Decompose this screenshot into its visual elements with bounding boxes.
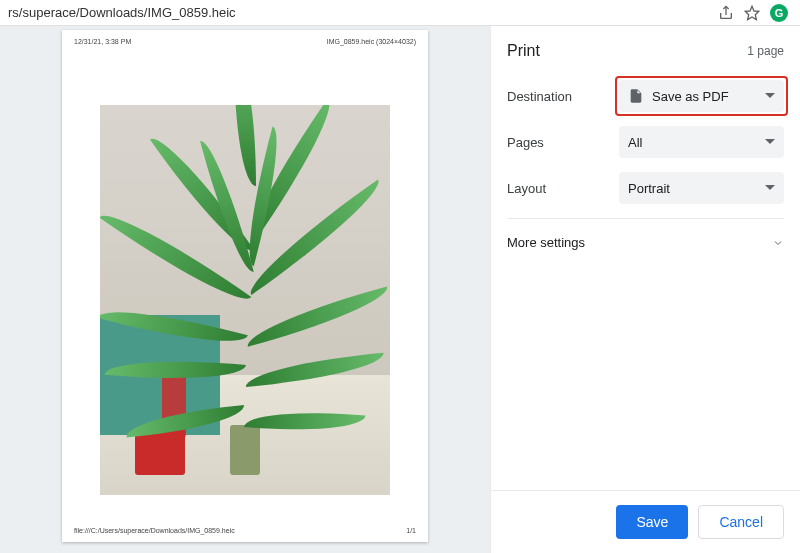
share-icon[interactable] (718, 5, 734, 21)
page-header: 12/31/21, 3:38 PM IMG_0859.heic (3024×40… (74, 38, 416, 45)
page-count: 1 page (747, 44, 784, 58)
destination-value: Save as PDF (652, 89, 729, 104)
chevron-down-icon (765, 91, 775, 101)
footer-path: file:///C:/Users/superace/Downloads/IMG_… (74, 527, 235, 534)
preview-image (100, 105, 390, 495)
toolbar-icons: G (718, 4, 792, 22)
save-button[interactable]: Save (616, 505, 688, 539)
pages-value: All (628, 135, 642, 150)
print-title: Print (507, 42, 540, 60)
destination-label: Destination (507, 89, 619, 104)
extension-badge[interactable]: G (770, 4, 788, 22)
preview-page: 12/31/21, 3:38 PM IMG_0859.heic (3024×40… (62, 30, 428, 542)
pdf-icon (628, 88, 644, 104)
chevron-down-icon (772, 237, 784, 249)
browser-address-bar: rs/superace/Downloads/IMG_0859.heic G (0, 0, 800, 26)
pages-select[interactable]: All (619, 126, 784, 158)
preview-title: IMG_0859.heic (3024×4032) (327, 38, 416, 45)
chevron-down-icon (765, 137, 775, 147)
divider (507, 218, 784, 219)
destination-select[interactable]: Save as PDF (619, 80, 784, 112)
pages-label: Pages (507, 135, 619, 150)
svg-marker-0 (745, 6, 758, 19)
print-preview-area: 12/31/21, 3:38 PM IMG_0859.heic (3024×40… (0, 26, 490, 553)
chevron-down-icon (765, 183, 775, 193)
more-settings-toggle[interactable]: More settings (507, 231, 784, 254)
layout-value: Portrait (628, 181, 670, 196)
preview-timestamp: 12/31/21, 3:38 PM (74, 38, 131, 45)
footer-page-indicator: 1/1 (406, 527, 416, 534)
layout-label: Layout (507, 181, 619, 196)
print-sidebar: Print 1 page Destination Save as PDF (490, 26, 800, 553)
more-settings-label: More settings (507, 235, 585, 250)
url-path: rs/superace/Downloads/IMG_0859.heic (8, 5, 718, 20)
layout-select[interactable]: Portrait (619, 172, 784, 204)
cancel-button[interactable]: Cancel (698, 505, 784, 539)
bookmark-star-icon[interactable] (744, 5, 760, 21)
action-bar: Save Cancel (491, 490, 800, 553)
page-footer: file:///C:/Users/superace/Downloads/IMG_… (74, 527, 416, 534)
